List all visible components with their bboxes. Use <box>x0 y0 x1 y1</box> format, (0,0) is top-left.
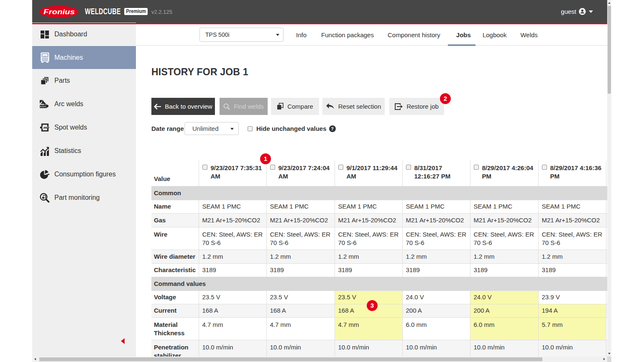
svg-text:Fronius: Fronius <box>43 8 75 15</box>
